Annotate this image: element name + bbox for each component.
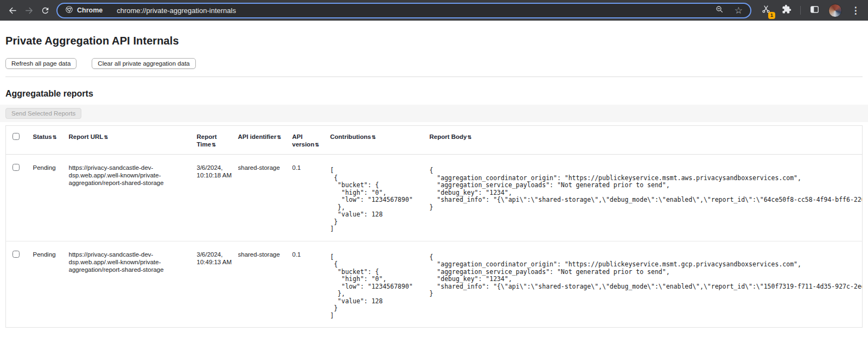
- sort-icon: ⇅: [104, 135, 107, 140]
- chrome-logo-icon: [65, 5, 73, 16]
- header-api-version[interactable]: API version⇅: [292, 126, 330, 155]
- section-divider: [5, 76, 863, 77]
- header-api-identifier[interactable]: API identifier⇅: [238, 126, 292, 155]
- url-text[interactable]: chrome://private-aggregation-internals: [117, 7, 715, 15]
- table-header-row: Status⇅ Report URL⇅ Report Time⇅ API ide…: [6, 126, 863, 155]
- page-actions: Refresh all page data Clear all private …: [5, 58, 863, 69]
- sort-icon: ⇅: [372, 135, 375, 140]
- profile-avatar: [828, 4, 842, 17]
- select-all-cell: [6, 126, 33, 155]
- table-row: Pending https://privacy-sandcastle-dev-d…: [6, 241, 863, 328]
- side-panel-icon: [809, 4, 820, 17]
- report-url-cell: https://privacy-sandcastle-dev-dsp.web.a…: [69, 241, 197, 328]
- sort-icon: ⇅: [212, 142, 215, 148]
- report-body-json: { "aggregation_coordinator_origin": "htt…: [430, 254, 858, 298]
- reports-table: Status⇅ Report URL⇅ Report Time⇅ API ide…: [5, 125, 863, 328]
- page-title: Private Aggregation API Internals: [5, 35, 863, 47]
- row-checkbox[interactable]: [12, 251, 20, 258]
- report-time-cell: 3/6/2024, 10:49:13 AM: [197, 241, 238, 328]
- header-status[interactable]: Status⇅: [33, 126, 69, 155]
- reload-icon: [41, 6, 50, 15]
- forward-button[interactable]: [21, 2, 37, 18]
- reports-toolbar: Send Selected Reports: [0, 105, 868, 122]
- api-version-cell: 0.1: [292, 241, 330, 328]
- sort-icon: ⇅: [468, 135, 471, 140]
- api-identifier-cell: shared-storage: [238, 241, 292, 328]
- extension-badge: 1: [768, 12, 775, 19]
- status-cell: Pending: [33, 241, 69, 328]
- row-select-cell: [6, 155, 33, 241]
- extensions-button[interactable]: [780, 3, 794, 17]
- chrome-chip-label: Chrome: [77, 7, 103, 14]
- back-button[interactable]: [4, 2, 21, 18]
- reload-button[interactable]: [37, 2, 53, 18]
- api-identifier-cell: shared-storage: [238, 155, 292, 241]
- status-cell: Pending: [33, 155, 69, 241]
- select-all-checkbox[interactable]: [12, 133, 20, 140]
- puzzle-piece-icon: [782, 4, 792, 16]
- bookmark-star-icon[interactable]: ☆: [735, 6, 743, 15]
- page-content: Private Aggregation API Internals Refres…: [0, 35, 868, 328]
- row-checkbox[interactable]: [12, 164, 20, 171]
- side-panel-button[interactable]: [807, 3, 821, 17]
- contributions-json: [ { "bucket": { "high": "0", "low": "123…: [330, 254, 425, 320]
- forward-arrow-icon: [24, 6, 34, 15]
- sort-icon: ⇅: [53, 135, 56, 140]
- toolbar-separator: [800, 6, 801, 15]
- report-body-cell: { "aggregation_coordinator_origin": "htt…: [430, 155, 863, 241]
- contributions-json: [ { "bucket": { "high": "0", "low": "123…: [330, 167, 425, 233]
- url-bar[interactable]: Chrome chrome://private-aggregation-inte…: [56, 3, 751, 18]
- sort-icon: ⇅: [315, 142, 318, 148]
- browser-toolbar: Chrome chrome://private-aggregation-inte…: [0, 0, 868, 21]
- table-row: Pending https://privacy-sandcastle-dev-d…: [6, 155, 863, 241]
- zoom-icon[interactable]: [715, 5, 724, 16]
- contributions-cell: [ { "bucket": { "high": "0", "low": "123…: [330, 155, 430, 241]
- aggregatable-reports-heading: Aggregatable reports: [5, 89, 863, 99]
- chrome-page-chip: Chrome: [65, 5, 103, 16]
- api-version-cell: 0.1: [292, 155, 330, 241]
- header-contributions[interactable]: Contributions⇅: [330, 126, 430, 155]
- send-selected-reports-button[interactable]: Send Selected Reports: [5, 108, 81, 119]
- three-dot-menu-icon: ⋮: [851, 6, 860, 15]
- profile-button[interactable]: [828, 3, 842, 17]
- extension-scissors-button[interactable]: 1: [759, 3, 773, 17]
- report-body-cell: { "aggregation_coordinator_origin": "htt…: [430, 241, 863, 328]
- browser-menu-button[interactable]: ⋮: [848, 3, 863, 17]
- contributions-cell: [ { "bucket": { "high": "0", "low": "123…: [330, 241, 430, 328]
- clear-all-button[interactable]: Clear all private aggregation data: [92, 58, 195, 69]
- report-body-json: { "aggregation_coordinator_origin": "htt…: [430, 167, 858, 211]
- header-report-time[interactable]: Report Time⇅: [197, 126, 238, 155]
- sort-icon: ⇅: [277, 135, 280, 140]
- refresh-all-button[interactable]: Refresh all page data: [5, 58, 76, 69]
- row-select-cell: [6, 241, 33, 328]
- back-arrow-icon: [8, 6, 17, 15]
- header-report-body[interactable]: Report Body⇅: [430, 126, 863, 155]
- header-report-url[interactable]: Report URL⇅: [69, 126, 197, 155]
- report-time-cell: 3/6/2024, 10:10:18 AM: [197, 155, 238, 241]
- report-url-cell: https://privacy-sandcastle-dev-dsp.web.a…: [69, 155, 197, 241]
